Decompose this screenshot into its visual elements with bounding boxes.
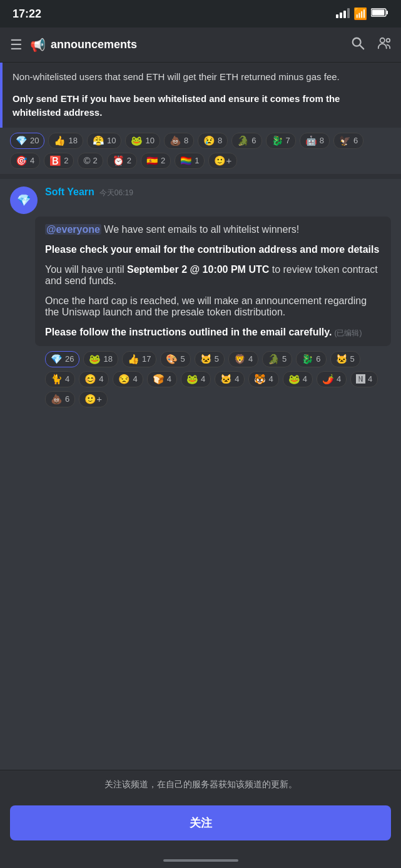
reaction-count: 5 bbox=[215, 354, 219, 364]
battery-icon bbox=[371, 8, 388, 19]
reaction-pill[interactable]: 😒 4 bbox=[113, 371, 143, 387]
reaction-emoji: 🍞 bbox=[153, 374, 165, 385]
reaction-emoji: 👍 bbox=[54, 135, 66, 146]
reaction-pill[interactable]: 👍 18 bbox=[48, 133, 83, 149]
reaction-emoji: 🎨 bbox=[166, 354, 178, 365]
reaction-emoji: ⏰ bbox=[113, 155, 124, 166]
status-time: 17:22 bbox=[13, 8, 41, 21]
reaction-pill[interactable]: 💩 8 bbox=[164, 133, 194, 149]
reaction-pill[interactable]: 🐱 5 bbox=[195, 351, 225, 367]
search-icon[interactable] bbox=[351, 36, 365, 54]
status-icons: 📶 bbox=[336, 7, 388, 21]
reaction-count: 4 bbox=[167, 374, 171, 384]
reaction-pill[interactable]: 🐊 5 bbox=[262, 351, 292, 367]
svg-rect-2 bbox=[343, 11, 346, 18]
message-reactions: 💎 26 🐸 18 👍 17 🎨 5 🐱 5 🦁 4 🐊 5 🐉 bbox=[35, 346, 401, 412]
reaction-count: 4 bbox=[368, 374, 372, 384]
members-icon[interactable] bbox=[377, 36, 391, 54]
reaction-emoji: 🅱️ bbox=[49, 155, 61, 166]
add-reaction-button[interactable]: 🙂+ bbox=[79, 391, 108, 407]
reaction-pill[interactable]: 🐸 4 bbox=[181, 371, 211, 387]
message-line1: @everyone We have sent emails to all whi… bbox=[45, 224, 381, 235]
reaction-emoji: 🐊 bbox=[268, 354, 280, 365]
reaction-count: 4 bbox=[235, 374, 239, 384]
reaction-pill[interactable]: 🤖 8 bbox=[300, 133, 330, 149]
reaction-pill[interactable]: 🐸 10 bbox=[125, 133, 160, 149]
add-reaction-icon: 🙂+ bbox=[214, 155, 231, 166]
hamburger-icon[interactable]: ☰ bbox=[10, 37, 23, 53]
follow-button[interactable]: 关注 bbox=[10, 805, 391, 840]
reaction-emoji: 🐊 bbox=[237, 135, 249, 146]
reaction-emoji: 😒 bbox=[118, 374, 130, 385]
reaction-pill[interactable]: 💩 6 bbox=[45, 391, 75, 407]
reaction-emoji: 💩 bbox=[170, 135, 181, 146]
reaction-emoji: ©️ bbox=[83, 155, 90, 166]
reaction-count: 4 bbox=[268, 374, 273, 384]
reaction-pill[interactable]: 💎 20 bbox=[10, 133, 44, 149]
reaction-pill[interactable]: 🐊 6 bbox=[231, 133, 261, 149]
svg-point-9 bbox=[380, 38, 385, 42]
channel-name: announcements bbox=[51, 38, 351, 51]
reaction-emoji: 🦅 bbox=[339, 135, 351, 146]
reaction-pill[interactable]: 😊 4 bbox=[79, 371, 109, 387]
reaction-pill[interactable]: 👍 17 bbox=[122, 351, 156, 367]
reaction-count: 5 bbox=[350, 354, 355, 364]
reaction-pill[interactable]: 🇪🇸 2 bbox=[141, 153, 171, 169]
reaction-count: 20 bbox=[30, 136, 39, 145]
partial-message: Non-whitelisted users that send ETH will… bbox=[0, 63, 401, 128]
reaction-pill[interactable]: 🐉 6 bbox=[296, 351, 326, 367]
reaction-emoji: 🐉 bbox=[302, 354, 313, 365]
reaction-pill[interactable]: 🐯 4 bbox=[248, 371, 278, 387]
reaction-pill[interactable]: ©️ 2 bbox=[78, 153, 103, 169]
reaction-pill[interactable]: 🐱 5 bbox=[330, 351, 360, 367]
reaction-pill[interactable]: 🅽 4 bbox=[350, 371, 378, 387]
edited-label: (已编辑) bbox=[334, 329, 362, 337]
reaction-pill[interactable]: 🌶️ 4 bbox=[317, 371, 347, 387]
avatar-icon: 💎 bbox=[17, 193, 31, 207]
reaction-pill[interactable]: 🐸 18 bbox=[83, 351, 118, 367]
reaction-pill[interactable]: 🍞 4 bbox=[147, 371, 177, 387]
reaction-emoji: 🐱 bbox=[220, 374, 232, 385]
reaction-count: 2 bbox=[64, 156, 68, 165]
reaction-pill[interactable]: 😤 10 bbox=[87, 133, 121, 149]
reaction-pill[interactable]: 🐸 4 bbox=[283, 371, 313, 387]
nav-bar: ☰ 📢 announcements bbox=[0, 28, 401, 63]
reaction-pill[interactable]: 🦁 4 bbox=[228, 351, 258, 367]
reaction-pill[interactable]: ⏰ 2 bbox=[107, 153, 137, 169]
prev-reactions: 💎 20 👍 18 😤 10 🐸 10 💩 8 😢 8 🐊 6 🐉 bbox=[0, 128, 401, 174]
reaction-emoji: 🏳️‍🌈 bbox=[180, 155, 192, 166]
reaction-emoji: 🅽 bbox=[356, 374, 365, 384]
reaction-pill[interactable]: 😢 8 bbox=[198, 133, 228, 149]
reaction-pill[interactable]: 🦅 6 bbox=[333, 133, 363, 149]
reaction-emoji: 💎 bbox=[16, 135, 28, 146]
reaction-emoji: 🐯 bbox=[254, 374, 266, 385]
reaction-emoji: 🐱 bbox=[336, 354, 348, 365]
svg-rect-1 bbox=[340, 13, 342, 18]
reaction-emoji: 🎯 bbox=[16, 155, 28, 166]
reaction-count: 6 bbox=[316, 354, 320, 364]
message-line5-bold: Please follow the instructions outlined … bbox=[45, 327, 332, 337]
channel-announcement-icon: 📢 bbox=[30, 38, 46, 53]
reaction-emoji: 🐸 bbox=[186, 374, 198, 385]
reaction-pill[interactable]: 🐉 7 bbox=[266, 133, 296, 149]
nav-actions bbox=[351, 36, 391, 54]
reaction-count: 5 bbox=[282, 354, 287, 364]
reaction-pill[interactable]: 🅱️ 2 bbox=[44, 153, 74, 169]
svg-rect-3 bbox=[347, 8, 350, 18]
reaction-pill[interactable]: 🎯 4 bbox=[10, 153, 40, 169]
reaction-pill[interactable]: 💎 26 bbox=[45, 351, 79, 367]
home-indicator bbox=[0, 853, 401, 868]
message-line4: Once the hard cap is reached, we will ma… bbox=[45, 295, 381, 318]
reaction-pill[interactable]: 🎨 5 bbox=[160, 351, 190, 367]
message-line3-bold: September 2 @ 10:00 PM UTC bbox=[127, 264, 269, 275]
add-reaction-button[interactable]: 🙂+ bbox=[208, 153, 237, 169]
reaction-pill[interactable]: 🐱 4 bbox=[215, 371, 245, 387]
timestamp: 今天06:19 bbox=[99, 188, 133, 198]
reaction-count: 18 bbox=[68, 136, 77, 145]
reaction-emoji: 👍 bbox=[128, 354, 140, 365]
reaction-pill[interactable]: 🏳️‍🌈 1 bbox=[175, 153, 205, 169]
reaction-pill[interactable]: 🐈 4 bbox=[45, 371, 75, 387]
add-reaction-icon: 🙂+ bbox=[84, 394, 102, 405]
reaction-count: 10 bbox=[145, 136, 154, 145]
reaction-count: 2 bbox=[127, 156, 131, 165]
